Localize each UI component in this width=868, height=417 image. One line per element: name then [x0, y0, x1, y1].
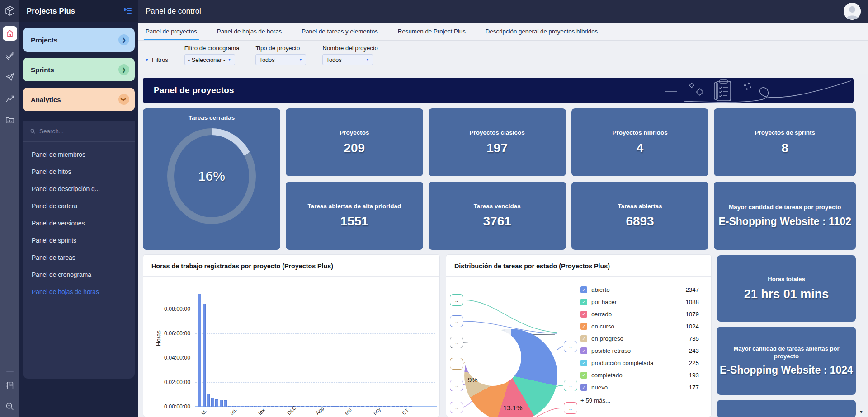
legend-value: 1088: [685, 299, 699, 305]
legend-label: en curso: [591, 323, 681, 330]
bar: [310, 406, 313, 407]
filter-select-value: Todos: [326, 56, 341, 63]
legend-row-por-hacer[interactable]: ✓por hacer1088: [580, 296, 699, 308]
tab-3[interactable]: Panel de tareas y elementos: [301, 28, 379, 40]
y-axis-tick: 0.04:00:00: [164, 355, 190, 361]
filters-toggle-label: Filtros: [152, 56, 168, 63]
stat-card-value: 197: [486, 141, 508, 155]
bar: [349, 406, 352, 407]
legend-value: 243: [689, 347, 699, 354]
bar: [245, 406, 249, 407]
bar: [366, 406, 369, 407]
filter-fields: Filtro de cronograma- Seleccionar -▼Tipo…: [184, 45, 378, 74]
donut-callout-3: ..: [450, 337, 463, 348]
bar: [335, 406, 339, 407]
stat-card-7: Tareas abiertas6893: [571, 182, 709, 250]
legend-row-en-progreso[interactable]: ✓en progreso735: [580, 333, 699, 345]
bar: [284, 406, 287, 407]
legend-row-cerrado[interactable]: ✓cerrado1079: [580, 308, 699, 320]
sidebar-item-9[interactable]: Panel de hojas de horas: [23, 284, 135, 301]
bar: [357, 406, 360, 407]
legend-label: en progreso: [591, 335, 685, 342]
home-nav-icon[interactable]: [3, 26, 17, 41]
sidebar-module-sprints[interactable]: Sprints❯: [23, 58, 135, 81]
bar: [344, 406, 347, 407]
collapse-sidebar-icon[interactable]: [123, 7, 132, 15]
sidebar-item-4[interactable]: Panel de cartera: [23, 198, 135, 215]
bar: [400, 406, 403, 407]
legend-more-label[interactable]: + 59 más...: [580, 397, 699, 404]
sidebar-item-8[interactable]: Panel de cronograma: [23, 267, 135, 284]
tab-1[interactable]: Panel de proyectos: [145, 28, 198, 40]
sidebar-search[interactable]: Search...: [23, 121, 135, 142]
stat-card-6: Tareas vencidas3761: [429, 182, 566, 250]
tab-4[interactable]: Resumen de Project Plus: [397, 28, 467, 40]
legend-row-nuevo[interactable]: ✓nuevo177: [580, 381, 699, 394]
tab-2[interactable]: Panel de hojas de horas: [216, 28, 283, 40]
person-icon: [844, 3, 861, 20]
filter-select-1[interactable]: - Seleccionar -▼: [184, 54, 235, 65]
icon-rail: [0, 0, 19, 417]
notebook-nav-icon[interactable]: [3, 378, 17, 393]
donut-callout-6: ..: [450, 402, 463, 413]
legend-label: completado: [591, 372, 685, 379]
sidebar-module-analytics[interactable]: Analytics❯: [23, 88, 135, 111]
notebook-icon: [5, 381, 14, 390]
donut-callout-5: ..: [450, 380, 463, 391]
legend-checkbox: ✓: [580, 311, 587, 318]
legend-row-producción-completada[interactable]: ✓producción completada225: [580, 357, 699, 369]
slice-percent-label: 9%: [468, 376, 478, 384]
filter-label: Nombre del proyecto: [322, 45, 377, 52]
y-axis-tick: 0.02:00:00: [164, 379, 190, 385]
user-avatar[interactable]: [844, 3, 861, 20]
sprints-nav-icon[interactable]: [3, 70, 17, 84]
x-axis-tick: ncy: [372, 406, 382, 416]
sidebar-item-6[interactable]: Panel de sprints: [23, 232, 135, 249]
bar: [228, 406, 231, 407]
stat-card-label: Mayor cantidad de tareas por proyecto: [729, 204, 841, 211]
legend-checkbox: ✓: [580, 384, 587, 391]
filter-select-3[interactable]: Todos▼: [322, 54, 373, 65]
app-logo[interactable]: [0, 0, 19, 22]
bar: [211, 398, 214, 407]
sidebar-menu-panel: Search... Panel de miembrosPanel de hito…: [23, 121, 135, 379]
bar: [378, 406, 382, 407]
filters-toggle[interactable]: ▼ Filtros: [145, 45, 168, 74]
closed-tasks-gauge: 16%: [167, 128, 256, 224]
bar: [237, 406, 240, 407]
legend-row-posible-retraso[interactable]: ✓posible retraso243: [580, 345, 699, 357]
x-axis-tick: CT: [401, 407, 410, 416]
bar: [215, 399, 218, 407]
sidebar-item-5[interactable]: Panel de versiones: [23, 215, 135, 232]
sidebar-item-3[interactable]: Panel de descripción g...: [23, 181, 135, 198]
reports-nav-icon[interactable]: [3, 113, 17, 127]
bar: [280, 406, 283, 407]
sidebar-item-1[interactable]: Panel de miembros: [23, 146, 135, 164]
sidebar-item-7[interactable]: Panel de tareas: [23, 249, 135, 267]
gauge-card-tareas-cerradas: Tareas cerradas 16%: [143, 108, 280, 250]
x-axis-tick: on.: [229, 407, 238, 416]
bar: [232, 406, 236, 407]
filter-select-2[interactable]: Todos▼: [255, 54, 306, 65]
tasks-nav-icon[interactable]: [3, 48, 17, 62]
legend-value: 1024: [685, 323, 699, 330]
cube-logo-icon: [5, 5, 15, 16]
stat-card-label: Proyectos de sprints: [755, 129, 815, 137]
legend-checkbox: ✓: [580, 335, 587, 342]
legend-row-en-curso[interactable]: ✓en curso1024: [580, 320, 699, 333]
y-axis-tick: 0.08:00:00: [164, 306, 190, 312]
sidebar-item-2[interactable]: Panel de hitos: [23, 164, 135, 181]
zoom-search-nav-icon[interactable]: [3, 399, 17, 413]
bar: [353, 406, 356, 407]
stat-card-value: 209: [344, 141, 365, 155]
tab-5[interactable]: Descripción general de proyectos híbrido…: [485, 28, 599, 40]
scroll-down-indicator[interactable]: ▼: [859, 409, 863, 414]
legend-row-abierto[interactable]: ✓abierto2347: [580, 284, 699, 296]
legend-value: 177: [689, 384, 699, 391]
worklog-bar-chart: Horas 0.00:00:000.02:00:000.04:00:000.06…: [143, 278, 440, 417]
sidebar-module-projects[interactable]: Projects❯: [23, 28, 135, 52]
analytics-nav-icon[interactable]: [3, 91, 17, 106]
bar: [331, 406, 335, 407]
legend-row-completado[interactable]: ✓completado193: [580, 369, 699, 381]
page-title: Panel de control: [146, 7, 201, 16]
